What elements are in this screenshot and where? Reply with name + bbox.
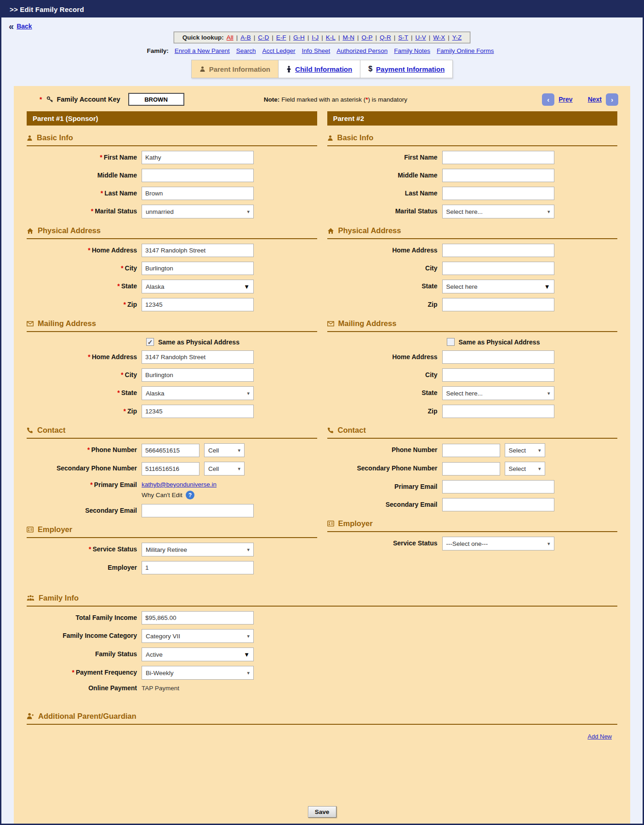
parent2-middle-name-input[interactable] bbox=[442, 169, 554, 182]
last-name-label: Last Name bbox=[405, 189, 438, 197]
family-link-family-notes[interactable]: Family Notes bbox=[394, 47, 430, 54]
parent1-mailing-state-select[interactable]: Alaska ▾ bbox=[142, 386, 254, 400]
parent2-physical-city-input[interactable] bbox=[442, 262, 554, 275]
marital-status-label: Marital Status bbox=[395, 207, 438, 215]
lookup-link-g-h[interactable]: G-H bbox=[293, 34, 305, 41]
payment-frequency-select[interactable]: Bi-Weekly ▾ bbox=[142, 666, 254, 680]
parent2-secondary-phone-type-select[interactable]: Select ▾ bbox=[505, 462, 545, 476]
save-button[interactable]: Save bbox=[308, 806, 336, 818]
lookup-link-all[interactable]: All bbox=[227, 34, 234, 41]
lookup-link-a-b[interactable]: A-B bbox=[240, 34, 251, 41]
field-row: Online Payment TAP Payment bbox=[27, 684, 617, 693]
envelope-icon bbox=[27, 321, 34, 327]
lookup-link-q-r[interactable]: Q-R bbox=[380, 34, 391, 41]
tab-child-label[interactable]: Child Information bbox=[295, 65, 352, 73]
add-new-link[interactable]: Add New bbox=[587, 733, 612, 740]
parent1-phone-type-select[interactable]: Cell ▾ bbox=[204, 443, 245, 457]
account-key-group: * Family Account Key bbox=[40, 93, 184, 106]
parent1-last-name-input[interactable] bbox=[142, 187, 254, 200]
family-nav: Family:Enroll a New ParentSearchAcct Led… bbox=[1, 47, 643, 54]
family-link-info-sheet[interactable]: Info Sheet bbox=[302, 47, 331, 54]
tab-parent-information[interactable]: Parent Information bbox=[191, 60, 279, 78]
parent2-physical-state-select[interactable]: Select here ▼ bbox=[442, 280, 554, 293]
parent1-physical-state-select[interactable]: Alaska ▼ bbox=[142, 280, 254, 293]
field-row: First Name bbox=[327, 151, 618, 164]
parent1-physical-home-address-input[interactable] bbox=[142, 244, 254, 257]
family-link-acct-ledger[interactable]: Acct Ledger bbox=[262, 47, 296, 54]
parent1-employer-input[interactable] bbox=[142, 561, 254, 574]
parent1-marital-status-select[interactable]: unmarried ▾ bbox=[142, 205, 254, 218]
parent2-last-name-input[interactable] bbox=[442, 187, 554, 200]
parent2-mailing-city-input[interactable] bbox=[442, 368, 554, 382]
primary-email-link[interactable]: kathyb@beyonduniverse.in bbox=[142, 481, 217, 488]
parent1-mailing-city-input[interactable] bbox=[142, 368, 254, 382]
prev-chevron-button[interactable]: ‹ bbox=[542, 93, 554, 106]
lookup-link-k-l[interactable]: K-L bbox=[326, 34, 336, 41]
required-asterisk: * bbox=[117, 389, 120, 396]
quick-lookup-bar: Quick lookup:All|A-B|C-D|E-F|G-H|I-J|K-L… bbox=[174, 32, 471, 43]
state-label: State bbox=[121, 282, 137, 290]
total-family-income-input[interactable] bbox=[142, 611, 254, 624]
parent2-secondary-phone-input[interactable] bbox=[442, 462, 500, 476]
same-as-physical-checkbox[interactable]: ✓ bbox=[146, 338, 154, 346]
next-chevron-button[interactable]: › bbox=[606, 93, 618, 106]
same-as-physical-checkbox[interactable] bbox=[447, 338, 455, 346]
note-after: ) is mandatory bbox=[368, 96, 408, 103]
same-as-physical-label: Same as Physical Address bbox=[158, 338, 239, 346]
chevron-down-icon: ▾ bbox=[247, 547, 250, 553]
parent2-physical-home-address-input[interactable] bbox=[442, 244, 554, 257]
lookup-link-c-d[interactable]: C-D bbox=[258, 34, 269, 41]
parent1-middle-name-input[interactable] bbox=[142, 169, 254, 182]
parent1-phone-number-input[interactable] bbox=[142, 444, 199, 457]
parent1-mailing-zip-input[interactable] bbox=[142, 405, 254, 418]
chevron-down-icon: ▾ bbox=[238, 466, 240, 472]
parent2-phone-number-input[interactable] bbox=[442, 444, 500, 457]
parent1-service-status-select[interactable]: Military Retiree ▾ bbox=[142, 543, 254, 556]
lookup-link-i-j[interactable]: I-J bbox=[312, 34, 319, 41]
parent1-secondary-phone-input[interactable] bbox=[142, 462, 199, 476]
prev-link[interactable]: Prev bbox=[559, 96, 572, 103]
family-link-search[interactable]: Search bbox=[236, 47, 256, 54]
lookup-link-w-x[interactable]: W-X bbox=[433, 34, 445, 41]
parent2-physical-zip-input[interactable] bbox=[442, 298, 554, 311]
field-row: City bbox=[327, 262, 618, 275]
parent2-mailing-state-select[interactable]: Select here... ▾ bbox=[442, 386, 554, 400]
lookup-link-s-t[interactable]: S-T bbox=[398, 34, 408, 41]
lookup-link-y-z[interactable]: Y-Z bbox=[452, 34, 462, 41]
tab-payment-label[interactable]: Payment Information bbox=[376, 65, 445, 73]
lookup-link-u-v[interactable]: U-V bbox=[415, 34, 426, 41]
parent1-secondary-phone-type-select[interactable]: Cell ▾ bbox=[204, 462, 245, 476]
account-key-input[interactable] bbox=[128, 93, 184, 106]
lookup-link-o-p[interactable]: O-P bbox=[361, 34, 372, 41]
parent2-phone-type-select[interactable]: Select ▾ bbox=[505, 443, 545, 457]
parent2-mailing-home-address-input[interactable] bbox=[442, 350, 554, 364]
parent2-secondary-email-input[interactable] bbox=[442, 498, 554, 511]
tab-payment-information[interactable]: $ Payment Information bbox=[360, 60, 453, 78]
first-name-label: First Name bbox=[404, 154, 437, 161]
parent2-service-status-select[interactable]: ---Select one--- ▾ bbox=[442, 537, 554, 550]
family-status-select[interactable]: Active ▼ bbox=[142, 647, 254, 661]
family-link-family-online-forms[interactable]: Family Online Forms bbox=[437, 47, 494, 54]
family-link-authorized-person[interactable]: Authorized Person bbox=[336, 47, 388, 54]
parent2-marital-status-select[interactable]: Select here... ▾ bbox=[442, 205, 554, 218]
parent1-mailing-home-address-input[interactable] bbox=[142, 350, 254, 364]
lookup-link-m-n[interactable]: M-N bbox=[342, 34, 354, 41]
next-link[interactable]: Next bbox=[588, 96, 602, 103]
separator: | bbox=[357, 34, 359, 41]
parent2-first-name-input[interactable] bbox=[442, 151, 554, 164]
quick-lookup-links: All|A-B|C-D|E-F|G-H|I-J|K-L|M-N|O-P|Q-R|… bbox=[227, 34, 462, 41]
family-income-category-select[interactable]: Category VII ▾ bbox=[142, 629, 254, 643]
parent1-physical-zip-input[interactable] bbox=[142, 298, 254, 311]
parent1-secondary-email-input[interactable] bbox=[142, 504, 254, 517]
family-link-enroll-a-new-parent[interactable]: Enroll a New Parent bbox=[175, 47, 230, 54]
lookup-link-e-f[interactable]: E-F bbox=[276, 34, 286, 41]
parent1-physical-city-input[interactable] bbox=[142, 262, 254, 275]
back-link[interactable]: Back bbox=[17, 23, 32, 30]
parent2-primary-email-input[interactable] bbox=[442, 480, 554, 493]
tab-child-information[interactable]: Child Information bbox=[279, 60, 360, 78]
help-question-icon[interactable]: ? bbox=[186, 491, 194, 499]
parent2-mailing-zip-input[interactable] bbox=[442, 405, 554, 418]
city-label: City bbox=[125, 264, 137, 272]
separator: | bbox=[338, 34, 340, 41]
parent1-first-name-input[interactable] bbox=[142, 151, 254, 164]
